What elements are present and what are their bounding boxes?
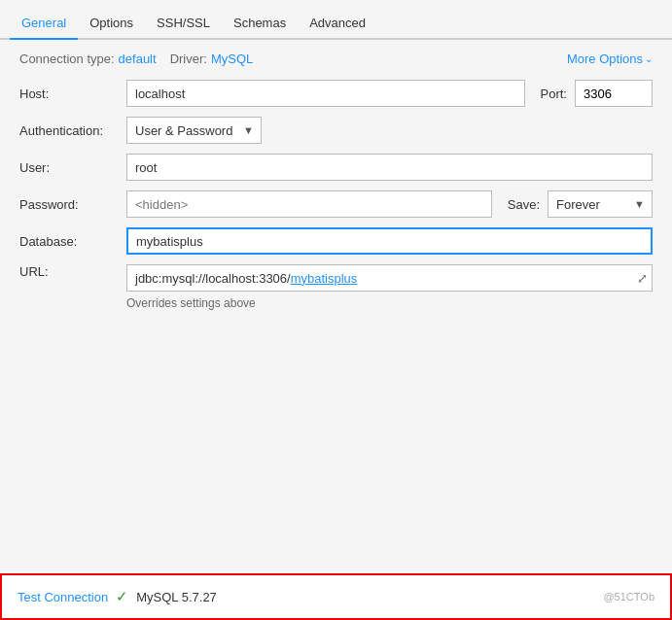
driver-label: Driver: [170,52,207,66]
test-connection-button[interactable]: Test Connection [18,590,108,604]
user-row: User: [19,154,653,181]
auth-row: Authentication: User & Password ▼ [19,117,653,144]
url-prefix: jdbc:mysql://localhost:3306/ [135,271,291,286]
url-label: URL: [19,264,126,279]
host-input[interactable] [126,80,525,107]
auth-select-wrap: User & Password ▼ [126,117,262,144]
driver-value[interactable]: MySQL [211,52,253,66]
port-label: Port: [541,86,567,101]
auth-label: Authentication: [19,123,126,138]
main-container: General Options SSH/SSL Schemas Advanced… [0,0,672,620]
conn-type-label: Connection type: [19,52,115,66]
auth-select[interactable]: User & Password [126,117,262,144]
save-label: Save: [508,197,540,212]
user-label: User: [19,160,126,175]
password-save-row: Password: Save: Forever For Session Neve… [19,190,653,218]
tab-bar: General Options SSH/SSL Schemas Advanced [0,0,672,40]
overrides-text: Overrides settings above [126,296,653,310]
database-field [126,227,653,255]
host-label: Host: [19,86,126,101]
more-options-label: More Options [567,52,643,66]
conn-info-left: Connection type: default Driver: MySQL [19,52,263,66]
bottom-bar: Test Connection ✓ MySQL 5.7.27 @51CTOb [0,573,672,620]
database-label: Database: [19,234,126,249]
tab-advanced[interactable]: Advanced [298,8,377,40]
url-link-part: mybatisplus [291,271,358,286]
conn-type-value[interactable]: default [119,52,157,66]
chevron-down-icon: ⌄ [645,53,653,64]
password-label: Password: [19,197,126,212]
save-select-wrap: Forever For Session Never ▼ [548,190,653,218]
save-select[interactable]: Forever For Session Never [548,190,653,218]
tab-sshssl[interactable]: SSH/SSL [145,8,222,40]
tab-options[interactable]: Options [78,8,145,40]
port-input[interactable] [575,80,653,107]
watermark-label: @51CTOb [603,591,654,603]
auth-field: User & Password ▼ [126,117,653,144]
url-display[interactable]: jdbc:mysql://localhost:3306/mybatisplus [126,264,653,292]
password-input[interactable] [126,190,492,218]
user-field [126,154,653,181]
url-field-wrap: jdbc:mysql://localhost:3306/mybatisplus … [126,264,653,292]
database-row: Database: [19,227,653,255]
bottom-bar-left: Test Connection ✓ MySQL 5.7.27 [18,588,217,605]
host-port-row: Host: Port: [19,80,653,107]
tab-general[interactable]: General [10,8,78,40]
connection-info-row: Connection type: default Driver: MySQL M… [19,52,653,66]
mysql-version-label: MySQL 5.7.27 [136,590,217,604]
content-area: Connection type: default Driver: MySQL M… [0,40,672,573]
more-options-button[interactable]: More Options ⌄ [567,52,653,66]
url-row: URL: jdbc:mysql://localhost:3306/mybatis… [19,264,653,292]
url-expand-icon[interactable]: ⤢ [637,271,648,286]
tab-schemas[interactable]: Schemas [222,8,298,40]
connection-success-icon: ✓ [116,588,128,605]
user-input[interactable] [126,154,653,181]
database-input[interactable] [126,227,653,255]
